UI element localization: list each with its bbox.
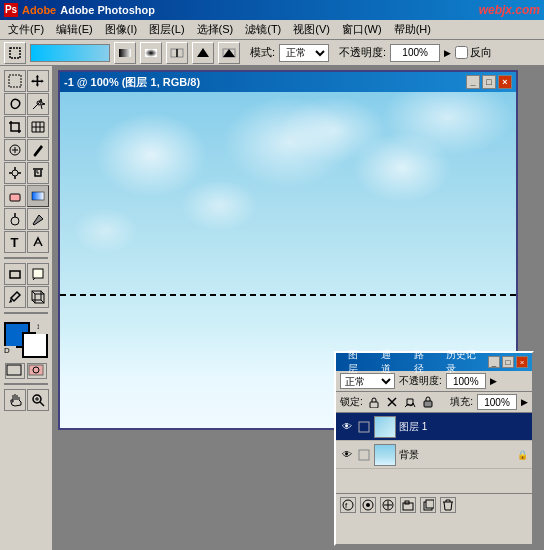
maximize-button[interactable]: □ [482,75,496,89]
text-tool[interactable]: T [4,231,26,253]
svg-rect-24 [359,422,369,432]
layers-panel-titlebar: 图层 通道 路径 历史记录 _ □ × [336,353,532,371]
delete-layer-button[interactable] [440,497,456,513]
layer-chain-icon [357,448,371,462]
gradient-type-5[interactable] [218,42,240,64]
eyedropper-tool[interactable] [4,286,26,308]
mode-label: 模式: [250,45,275,60]
close-document-button[interactable]: × [498,75,512,89]
brush-tool[interactable] [27,139,49,161]
gradient-type-2[interactable] [140,42,162,64]
default-colors[interactable]: D [4,346,16,358]
menu-edit[interactable]: 编辑(E) [50,20,99,39]
opacity-arrow[interactable]: ▶ [444,48,451,58]
layer-effects-button[interactable]: f [340,497,356,513]
menu-help[interactable]: 帮助(H) [388,20,437,39]
menu-file[interactable]: 文件(F) [2,20,50,39]
fill-input[interactable] [477,394,517,410]
reverse-check[interactable]: 反向 [455,45,492,60]
lasso-tool[interactable] [4,93,26,115]
mode-select[interactable]: 正常 [279,44,329,62]
lock-pixels-icon[interactable] [367,395,381,409]
zoom-tool[interactable] [27,389,49,411]
path-select-tool[interactable] [27,231,49,253]
title-bar: Ps Adobe Adobe Photoshop webjx.com [0,0,544,20]
canvas-area: -1 @ 100% (图层 1, RGB/8) _ □ × 图层 通道 路径 [54,66,544,550]
standard-mode[interactable] [5,363,25,379]
layer-item[interactable]: 👁 背景 🔒 [336,441,532,469]
shape-tool[interactable] [4,263,26,285]
fill-arrow[interactable]: ▶ [521,397,528,407]
layer-item[interactable]: 👁 图层 1 [336,413,532,441]
notes-tool[interactable] [27,263,49,285]
options-tool-icon[interactable] [4,42,26,64]
svg-rect-12 [32,192,44,200]
marquee-tool[interactable] [4,70,26,92]
menu-image[interactable]: 图像(I) [99,20,143,39]
hand-tool[interactable] [4,389,26,411]
pen-tool[interactable] [27,208,49,230]
history-tool[interactable] [27,162,49,184]
layers-panel: 图层 通道 路径 历史记录 _ □ × 正常 不透明度: ▶ [334,351,534,546]
layer-opacity-arrow[interactable]: ▶ [490,376,497,386]
slice-tool[interactable] [27,116,49,138]
workspace: T D ↕ [0,66,544,550]
add-mask-button[interactable] [360,497,376,513]
svg-rect-0 [10,48,20,58]
new-layer-button[interactable] [420,497,436,513]
opacity-input[interactable] [390,44,440,62]
gradient-type-3[interactable] [166,42,188,64]
layers-maximize[interactable]: □ [502,356,514,368]
menu-select[interactable]: 选择(S) [191,20,240,39]
app-name-adobe: Adobe [22,4,56,16]
svg-rect-14 [10,271,20,278]
gradient-tool[interactable] [27,185,49,207]
layer-mask-icon [357,420,371,434]
minimize-button[interactable]: _ [466,75,480,89]
layers-minimize[interactable]: _ [488,356,500,368]
svg-point-13 [11,217,19,225]
layer-mode-select[interactable]: 正常 [340,373,395,389]
menu-window[interactable]: 窗口(W) [336,20,388,39]
magic-wand-tool[interactable] [27,93,49,115]
heal-tool[interactable] [4,139,26,161]
layer-name: 图层 1 [399,420,528,434]
svg-point-29 [366,503,370,507]
gradient-preview[interactable] [30,44,110,62]
menu-layer[interactable]: 图层(L) [143,20,190,39]
add-group-button[interactable] [400,497,416,513]
svg-rect-34 [426,500,434,508]
mode-buttons [5,363,47,379]
add-adjustment-button[interactable] [380,497,396,513]
eraser-tool[interactable] [4,185,26,207]
toolbar-divider-1 [4,257,48,259]
clone-tool[interactable] [4,162,26,184]
svg-rect-23 [424,401,432,407]
toolbar-divider-2 [4,312,48,314]
lock-all-icon[interactable] [421,395,435,409]
3d-tool[interactable] [27,286,49,308]
layers-close[interactable]: × [516,356,528,368]
svg-point-10 [12,170,18,176]
opacity-label: 不透明度: [339,45,386,60]
document-titlebar: -1 @ 100% (图层 1, RGB/8) _ □ × [60,72,516,92]
svg-rect-18 [7,365,21,375]
opacity-label: 不透明度: [399,374,442,388]
layer-visibility-icon[interactable]: 👁 [340,420,354,434]
layer-opacity-input[interactable] [446,373,486,389]
layer-visibility-icon[interactable]: 👁 [340,448,354,462]
reverse-checkbox[interactable] [455,46,468,59]
menu-filter[interactable]: 滤镜(T) [239,20,287,39]
app-icon: Ps [4,3,18,17]
switch-colors[interactable]: ↕ [36,322,48,334]
crop-tool[interactable] [4,116,26,138]
gradient-type-4[interactable] [192,42,214,64]
lock-position-icon[interactable] [385,395,399,409]
dodge-tool[interactable] [4,208,26,230]
lock-image-icon[interactable] [403,395,417,409]
background-color[interactable] [22,332,48,358]
move-tool[interactable] [27,70,49,92]
gradient-type-1[interactable] [114,42,136,64]
quick-mask-mode[interactable] [27,363,47,379]
menu-view[interactable]: 视图(V) [287,20,336,39]
